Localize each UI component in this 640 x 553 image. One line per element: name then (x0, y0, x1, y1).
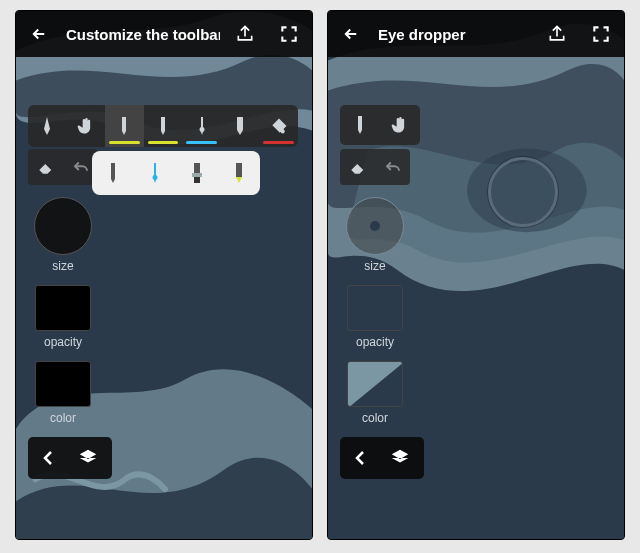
tool-brush[interactable] (182, 105, 221, 147)
back-button[interactable] (20, 15, 58, 53)
color-swatch-right[interactable] (347, 361, 403, 407)
opacity-swatch[interactable] (35, 285, 91, 331)
left-sidebar: size opacity color (28, 149, 98, 433)
eraser-tool-right[interactable] (340, 149, 375, 185)
opacity-label-right: opacity (340, 335, 410, 349)
brush-popover (92, 151, 260, 195)
tool-hand-right[interactable] (380, 105, 420, 145)
svg-rect-3 (192, 173, 202, 177)
svg-rect-2 (194, 163, 200, 173)
color-swatch[interactable] (35, 361, 91, 407)
layers-button[interactable] (68, 437, 108, 479)
eyedropper-ring[interactable] (488, 157, 558, 227)
undo-button-right[interactable] (375, 149, 410, 185)
tool-pencil-1[interactable] (105, 105, 144, 147)
tool-bucket[interactable] (259, 105, 298, 147)
bottom-bar (28, 437, 112, 479)
mini-toolbar (340, 105, 420, 145)
svg-rect-5 (236, 163, 242, 177)
top-bar: Customize the toolbar (16, 11, 312, 57)
svg-rect-4 (194, 177, 200, 183)
tool-pencil-2[interactable] (144, 105, 183, 147)
layers-button-right[interactable] (380, 437, 420, 479)
right-sidebar: size opacity color (340, 149, 410, 433)
share-button[interactable] (226, 15, 264, 53)
opacity-label: opacity (28, 335, 98, 349)
sidebar-top-row (28, 149, 98, 185)
popover-ink-brush[interactable] (134, 151, 176, 195)
fullscreen-button[interactable] (270, 15, 308, 53)
toolbar-row (28, 105, 298, 147)
size-label-right: size (340, 259, 410, 273)
collapse-button[interactable] (28, 437, 68, 479)
bottom-bar-right (340, 437, 424, 479)
svg-rect-1 (237, 117, 243, 130)
page-title-right: Eye dropper (376, 26, 532, 43)
top-bar-right: Eye dropper (328, 11, 624, 57)
popover-flat-brush[interactable] (176, 151, 218, 195)
size-indicator-right[interactable] (346, 197, 404, 255)
size-label: size (28, 259, 98, 273)
tool-hand[interactable] (67, 105, 106, 147)
popover-marker[interactable] (218, 151, 260, 195)
share-button[interactable] (538, 15, 576, 53)
size-indicator[interactable] (34, 197, 92, 255)
page-title: Customize the toolbar (64, 26, 220, 43)
back-button[interactable] (332, 15, 370, 53)
popover-pencil[interactable] (92, 151, 134, 195)
tool-marker[interactable] (221, 105, 260, 147)
tool-pencil-right[interactable] (340, 105, 380, 145)
color-swatch-fg (348, 362, 403, 407)
sidebar-top-row-right (340, 149, 410, 185)
color-label: color (28, 411, 98, 425)
opacity-swatch-right[interactable] (347, 285, 403, 331)
left-screenshot: Customize the toolbar (15, 10, 313, 540)
size-dot (370, 221, 380, 231)
tool-pen[interactable] (28, 105, 67, 147)
color-label-right: color (340, 411, 410, 425)
collapse-button-right[interactable] (340, 437, 380, 479)
right-screenshot: Eye dropper size opacity (327, 10, 625, 540)
fullscreen-button[interactable] (582, 15, 620, 53)
eraser-tool[interactable] (28, 149, 63, 185)
